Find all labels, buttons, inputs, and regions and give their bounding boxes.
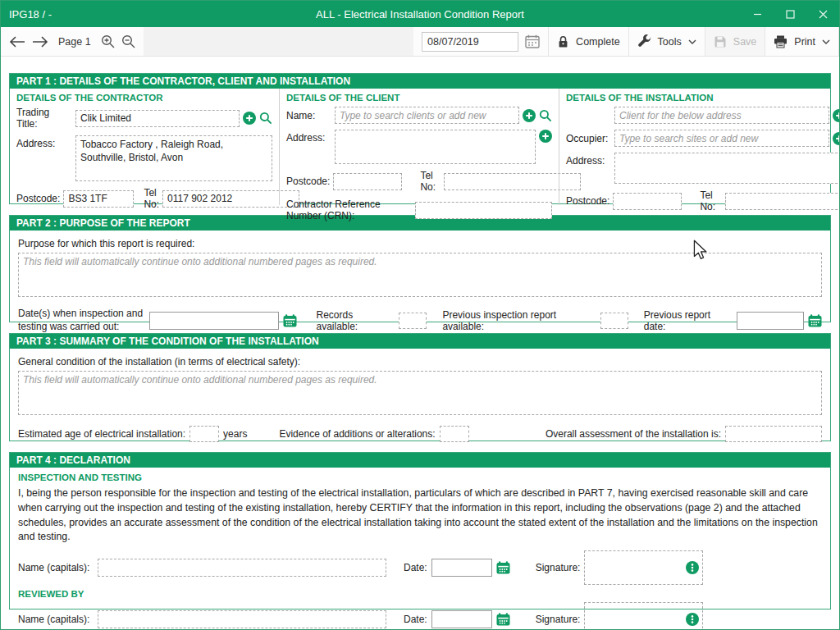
maximize-icon (786, 10, 795, 19)
client-name-label: Name: (286, 110, 331, 121)
calendar-icon (283, 314, 297, 327)
window-controls (741, 1, 839, 27)
save-icon (714, 35, 727, 48)
reviewer-name-label: Name (capitals): (18, 614, 94, 625)
minimize-button[interactable] (741, 1, 774, 27)
add-installation-client-button[interactable] (833, 109, 840, 122)
reviewer-date-label: Date: (404, 614, 427, 625)
purpose-label: Purpose for which this report is require… (18, 238, 194, 249)
contractor-postcode-input[interactable] (63, 190, 134, 208)
contractor-address-label: Address: (16, 135, 72, 149)
reviewer-date-calendar-button[interactable] (496, 613, 510, 626)
inspection-dates-input[interactable] (149, 312, 279, 330)
printer-icon (774, 35, 788, 48)
inspection-testing-heading: INSPECTION AND TESTING (18, 472, 822, 482)
report-date-calendar-button[interactable] (525, 34, 540, 48)
reviewer-date-input[interactable] (431, 610, 492, 628)
declaration-text: I, being the person responsible for the … (18, 486, 822, 545)
overall-assessment-input[interactable] (725, 426, 822, 442)
part4-header: PART 4 : DECLARATION (10, 453, 830, 468)
ellipsis-icon (686, 561, 699, 574)
reviewed-signature-row: Name (capitals): Date: Signature: (18, 602, 822, 630)
installation-column: DETAILS OF THE INSTALLATION Occupier: (559, 89, 840, 205)
installation-tel-input[interactable] (725, 193, 840, 210)
ellipsis-icon (686, 613, 699, 626)
forward-button[interactable] (32, 36, 48, 48)
plus-icon (243, 112, 256, 125)
add-client-address-button[interactable] (539, 130, 552, 143)
contractor-address-input[interactable]: Tobacco Factory , Raleigh Road, Southvil… (75, 135, 272, 181)
installation-heading: DETAILS OF THE INSTALLATION (566, 93, 840, 103)
client-postcode-input[interactable] (333, 173, 402, 190)
back-button[interactable] (9, 36, 25, 48)
search-icon (539, 109, 552, 122)
evidence-label: Evidence of additions or alterations: (279, 428, 435, 440)
trading-title-input[interactable] (75, 110, 240, 127)
inspector-date-input[interactable] (431, 559, 492, 577)
tools-button[interactable]: Tools (629, 27, 705, 56)
add-contractor-button[interactable] (243, 112, 256, 125)
app-window: IPG18 / - ALL - Electrical Installation … (0, 0, 840, 630)
chevron-down-icon (822, 39, 830, 44)
inspector-name-input[interactable] (98, 559, 386, 577)
part3-header: PART 3 : SUMMARY OF THE CONDITION OF THE… (10, 334, 830, 349)
part1-header: PART 1 : DETAILS OF THE CONTRACTOR, CLIE… (10, 74, 830, 89)
client-name-input[interactable] (335, 107, 519, 124)
search-contractor-button[interactable] (259, 112, 272, 125)
installation-client-input[interactable] (614, 107, 829, 124)
inspector-date-label: Date: (404, 562, 427, 573)
calendar-icon (525, 34, 540, 48)
complete-label: Complete (576, 36, 620, 48)
calendar-icon (496, 613, 510, 626)
general-condition-input[interactable] (18, 371, 822, 415)
add-site-button[interactable] (833, 132, 840, 145)
part4-section: PART 4 : DECLARATION INSPECTION AND TEST… (9, 452, 831, 609)
print-label: Print (794, 36, 815, 48)
zoom-out-button[interactable] (121, 34, 135, 48)
evidence-input[interactable] (440, 426, 469, 442)
inspector-signature-label: Signature: (536, 562, 581, 573)
contractor-tel-label: Tel No: (144, 187, 159, 210)
installation-postcode-input[interactable] (613, 193, 682, 210)
occupier-input[interactable] (614, 130, 829, 147)
search-client-button[interactable] (539, 109, 552, 122)
contractor-postcode-label: Postcode: (16, 193, 60, 204)
estimated-age-input[interactable] (189, 426, 219, 442)
close-icon (819, 10, 828, 19)
previous-report-date-input[interactable] (737, 312, 804, 330)
records-available-input[interactable] (399, 313, 427, 329)
client-address-input[interactable] (335, 130, 536, 164)
part2-section: PART 2 : PURPOSE OF THE REPORT Purpose f… (9, 215, 831, 322)
signature-options-button[interactable] (686, 561, 699, 578)
plus-icon (833, 109, 840, 122)
toolbar: Page 1 Complete Tools Save (1, 27, 839, 57)
save-button[interactable]: Save (705, 27, 766, 56)
contractor-heading: DETAILS OF THE CONTRACTOR (16, 93, 272, 103)
installation-tel-label: Tel No: (700, 189, 716, 212)
print-button[interactable]: Print (765, 27, 839, 56)
add-client-button[interactable] (523, 109, 536, 122)
reviewer-name-input[interactable] (98, 610, 386, 628)
signature-options-button[interactable] (686, 613, 699, 629)
previous-report-available-input[interactable] (600, 313, 628, 329)
purpose-input[interactable] (18, 253, 822, 297)
plus-icon (833, 132, 840, 145)
inspector-signature-box[interactable] (584, 550, 703, 585)
minimize-icon (753, 10, 762, 19)
close-button[interactable] (806, 1, 839, 27)
client-crn-input[interactable] (415, 202, 552, 219)
reviewer-signature-box[interactable] (584, 602, 703, 630)
inspection-dates-calendar-button[interactable] (283, 314, 297, 327)
client-heading: DETAILS OF THE CLIENT (286, 93, 552, 103)
client-address-label: Address: (286, 130, 331, 144)
window-title: ALL - Electrical Installation Condition … (1, 8, 839, 21)
page-indicator: Page 1 (58, 36, 91, 48)
maximize-button[interactable] (774, 1, 806, 27)
zoom-in-button[interactable] (101, 34, 115, 48)
installation-address-input[interactable] (614, 153, 840, 184)
previous-report-date-calendar-button[interactable] (808, 314, 822, 327)
arrow-right-icon (32, 36, 48, 48)
inspector-date-calendar-button[interactable] (496, 561, 510, 574)
complete-button[interactable]: Complete (549, 27, 629, 56)
report-date-input[interactable] (422, 32, 518, 52)
